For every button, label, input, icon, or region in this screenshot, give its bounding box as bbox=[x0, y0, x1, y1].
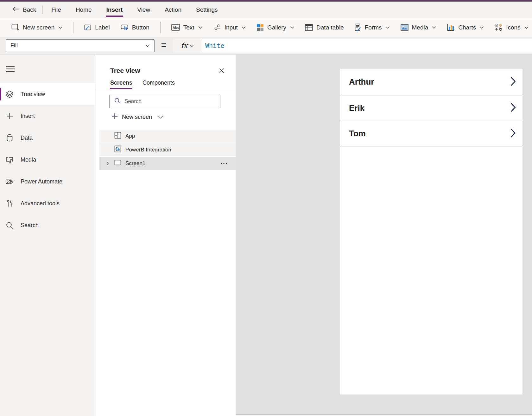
sidebar-item-label: Advanced tools bbox=[21, 200, 60, 207]
input-icon bbox=[213, 24, 221, 31]
menu-items: File Home Insert View Action Settings bbox=[44, 2, 225, 18]
close-icon[interactable] bbox=[219, 68, 224, 73]
hamburger-menu-icon[interactable] bbox=[5, 66, 15, 73]
active-tab-underline bbox=[106, 16, 124, 17]
app-screen-preview[interactable]: Arthur Erik Tom bbox=[340, 69, 522, 394]
gallery-row[interactable]: Erik bbox=[340, 95, 522, 121]
menu-item-action[interactable]: Action bbox=[157, 2, 189, 18]
plus-icon bbox=[5, 112, 14, 120]
chevron-down-icon bbox=[158, 114, 163, 120]
gallery-item-title: Tom bbox=[349, 129, 366, 138]
tree-row-powerbiintegration[interactable]: PowerBIIntegration bbox=[99, 143, 236, 156]
menu-item-home[interactable]: Home bbox=[68, 2, 99, 18]
label-icon bbox=[84, 24, 92, 31]
sidebar-item-search[interactable]: Search bbox=[0, 214, 95, 236]
forms-button[interactable]: Forms bbox=[355, 23, 390, 31]
chevron-down-icon bbox=[386, 26, 390, 29]
expand-chevron-icon[interactable] bbox=[106, 161, 110, 166]
tree-row-label: PowerBIIntegration bbox=[125, 147, 171, 153]
panel-tabs: Screens Components bbox=[95, 74, 236, 89]
tree-row-app[interactable]: App bbox=[99, 130, 236, 143]
chevron-right-icon[interactable] bbox=[510, 77, 516, 87]
new-screen-menu-button[interactable]: New screen bbox=[95, 108, 236, 125]
left-navigation-rail: Tree view Insert Data Media bbox=[0, 54, 95, 416]
button-icon bbox=[121, 24, 129, 31]
insert-toolbar: New screen Label Button Abc Text bbox=[0, 18, 532, 37]
search-icon bbox=[114, 98, 121, 105]
chevron-right-icon[interactable] bbox=[510, 103, 516, 113]
input-button[interactable]: Input bbox=[213, 24, 246, 31]
powerbi-icon bbox=[114, 145, 121, 154]
sidebar-item-tree-view[interactable]: Tree view bbox=[0, 83, 95, 105]
main-area: Tree view Insert Data Media bbox=[0, 54, 532, 416]
chevron-right-icon[interactable] bbox=[510, 128, 516, 139]
text-button[interactable]: Abc Text bbox=[171, 24, 202, 31]
back-button[interactable]: Back bbox=[12, 2, 42, 18]
tree-view-panel: Tree view Screens Components bbox=[95, 54, 236, 416]
screen-tree: App PowerBIIntegration Screen1 bbox=[95, 130, 236, 170]
more-options-icon[interactable] bbox=[220, 163, 227, 164]
sidebar-item-advanced-tools[interactable]: Advanced tools bbox=[0, 193, 95, 214]
tree-view-icon bbox=[5, 90, 14, 99]
chevron-down-icon bbox=[242, 26, 246, 29]
menu-item-view[interactable]: View bbox=[130, 2, 157, 18]
formula-bar: Fill = fx White bbox=[0, 37, 532, 54]
back-arrow-icon bbox=[12, 6, 19, 13]
plus-icon bbox=[111, 113, 118, 121]
new-screen-button[interactable]: New screen bbox=[11, 24, 62, 31]
chevron-down-icon bbox=[198, 26, 202, 29]
label-button[interactable]: Label bbox=[84, 24, 110, 31]
sidebar-item-insert[interactable]: Insert bbox=[0, 105, 95, 127]
app-icon bbox=[114, 132, 121, 140]
new-screen-icon bbox=[11, 24, 19, 31]
menu-item-insert[interactable]: Insert bbox=[99, 2, 130, 18]
property-dropdown[interactable]: Fill bbox=[6, 39, 155, 52]
back-label: Back bbox=[23, 6, 36, 13]
menu-item-settings[interactable]: Settings bbox=[189, 2, 225, 18]
tab-components[interactable]: Components bbox=[142, 80, 175, 89]
chevron-down-icon bbox=[190, 43, 194, 48]
canvas-bottom-bar bbox=[236, 414, 532, 416]
fx-label: fx bbox=[181, 42, 187, 50]
icons-button[interactable]: Icons bbox=[495, 23, 528, 31]
toolbar-divider bbox=[73, 22, 73, 33]
gallery-row[interactable]: Tom bbox=[340, 121, 522, 146]
sidebar-item-label: Media bbox=[21, 157, 36, 163]
sidebar-item-data[interactable]: Data bbox=[0, 127, 95, 149]
tab-screens[interactable]: Screens bbox=[110, 80, 132, 89]
property-name: Fill bbox=[10, 42, 18, 49]
button-button[interactable]: Button bbox=[121, 24, 149, 31]
database-icon bbox=[5, 134, 14, 142]
charts-button[interactable]: Charts bbox=[447, 24, 484, 31]
sidebar-item-media[interactable]: Media bbox=[0, 149, 95, 171]
sidebar-item-label: Power Automate bbox=[21, 178, 62, 185]
fx-dropdown[interactable]: fx bbox=[173, 39, 202, 53]
forms-icon bbox=[355, 23, 361, 31]
tree-search-box[interactable] bbox=[109, 95, 220, 108]
search-input[interactable] bbox=[124, 98, 220, 105]
data-table-button[interactable]: Data table bbox=[305, 24, 344, 31]
sidebar-item-power-automate[interactable]: Power Automate bbox=[0, 171, 95, 193]
powerapps-studio-window: Back File Home Insert View Action Settin… bbox=[0, 0, 532, 416]
gallery-item-title: Arthur bbox=[349, 77, 374, 87]
new-screen-label: New screen bbox=[122, 114, 152, 120]
text-icon: Abc bbox=[171, 24, 180, 31]
icons-icon bbox=[495, 23, 503, 31]
equals-sign: = bbox=[155, 41, 173, 50]
sidebar-item-label: Search bbox=[21, 222, 39, 229]
menu-item-file[interactable]: File bbox=[44, 2, 68, 18]
chevron-down-icon bbox=[480, 26, 484, 29]
gallery-row[interactable]: Arthur bbox=[340, 69, 522, 95]
sidebar-item-label: Data bbox=[21, 135, 33, 141]
media-button[interactable]: Media bbox=[401, 24, 436, 31]
design-canvas[interactable]: Arthur Erik Tom bbox=[236, 54, 532, 416]
power-automate-icon bbox=[5, 177, 14, 186]
chevron-down-icon bbox=[145, 42, 150, 49]
svg-text:Abc: Abc bbox=[173, 26, 179, 29]
tree-row-screen1[interactable]: Screen1 bbox=[99, 157, 236, 170]
search-icon bbox=[5, 221, 14, 230]
tree-row-label: App bbox=[125, 133, 135, 139]
gallery-button[interactable]: Gallery bbox=[256, 24, 294, 31]
formula-text: White bbox=[205, 42, 224, 49]
formula-input[interactable]: White bbox=[202, 39, 532, 53]
